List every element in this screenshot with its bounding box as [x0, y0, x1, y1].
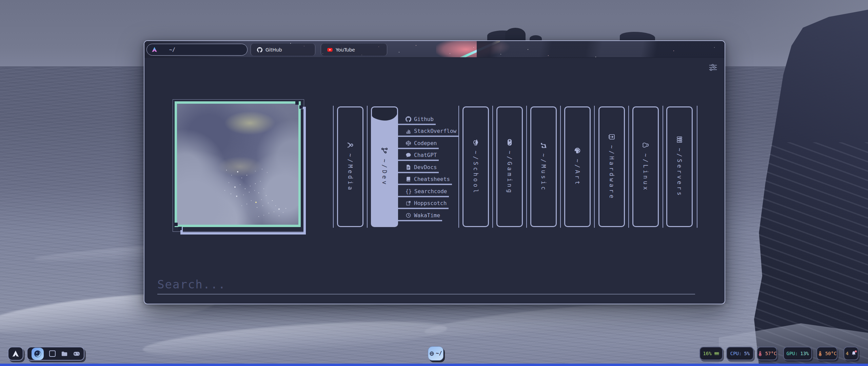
document-icon [406, 164, 411, 170]
tray-memory-widget[interactable]: 16% [699, 347, 723, 360]
gamepad-icon[interactable] [73, 350, 80, 357]
book-servers[interactable]: ~/Servers [666, 106, 693, 227]
shelf-divider [367, 106, 368, 228]
gpu-value: 13% [800, 351, 809, 356]
browser-window: ~/ GitHub YouTube [144, 40, 725, 304]
book-music[interactable]: ~/Music [530, 106, 557, 227]
cpu-label: CPU: [730, 351, 742, 356]
tray-gpu-widget[interactable]: GPU: 13% [783, 347, 812, 360]
album-art-stars [218, 161, 218, 162]
link-label: WakaTime [414, 212, 440, 219]
folder-icon[interactable] [61, 350, 68, 357]
bell-icon [851, 351, 856, 356]
book-label: ~/Music [540, 154, 547, 192]
shelf-divider [492, 106, 493, 228]
tab-github[interactable]: GitHub [251, 44, 315, 56]
book-school[interactable]: ~/School [462, 106, 489, 227]
window-icon[interactable] [49, 350, 56, 357]
arch-logo-icon [12, 350, 19, 358]
active-window-button[interactable]: ~/ [428, 346, 443, 361]
search-input[interactable] [157, 275, 695, 294]
tray-cpu-widget[interactable]: CPU: 5% [726, 347, 754, 360]
book-label: ~/School [472, 151, 479, 195]
launcher-button[interactable] [8, 347, 23, 361]
link-label: Codepen [414, 140, 437, 146]
music-note-icon [540, 142, 547, 149]
open-book-page-curl [372, 107, 397, 123]
address-value: ~/ [169, 47, 175, 53]
link-stackoverflow[interactable]: StackOverflow [398, 128, 458, 137]
tab-youtube[interactable]: YouTube [321, 44, 387, 56]
link-github[interactable]: Github [398, 116, 436, 125]
active-window-label: ~/ [436, 350, 442, 357]
tab-label: GitHub [265, 47, 282, 53]
resize-handle[interactable] [295, 101, 299, 105]
book-art[interactable]: ~/Art [564, 106, 591, 227]
tray-notifications-widget[interactable]: 4 [844, 347, 859, 360]
resize-handle[interactable] [299, 105, 303, 109]
clock-icon [406, 212, 411, 218]
ram-icon [714, 351, 719, 356]
shelf-divider [594, 106, 595, 228]
link-cheatsheets[interactable]: Cheatsheets [398, 176, 452, 185]
link-label: DevDocs [414, 164, 437, 170]
notification-dot [855, 350, 857, 352]
link-chatgpt[interactable]: ChatGPT [398, 152, 439, 161]
book-linux[interactable]: ~/Linux [632, 106, 659, 227]
desktop: ~/ GitHub YouTube [0, 0, 868, 366]
shelf-divider [628, 106, 629, 228]
album-art-image [177, 104, 298, 225]
address-bar[interactable]: ~/ [146, 44, 248, 56]
memory-value: 16% [703, 351, 711, 356]
firefox-button[interactable] [32, 348, 44, 360]
tray-gpu-temp-widget[interactable]: 50°C [816, 347, 837, 360]
book-media[interactable]: ~/Media [337, 106, 363, 227]
book-label: ~/Hardware [608, 145, 615, 200]
tray-cpu-temp-widget[interactable]: 57°C [757, 347, 777, 360]
chat-bubble-icon [406, 152, 411, 158]
gpu-temp-value: 50°C [825, 351, 837, 356]
git-branch-icon [381, 147, 388, 154]
link-label: Cheatsheets [414, 176, 450, 182]
link-devdocs[interactable]: DevDocs [398, 164, 439, 173]
palette-icon [574, 147, 581, 154]
resize-handle[interactable] [174, 223, 178, 226]
link-searchcode[interactable]: {} Searchcode [398, 188, 449, 197]
tab-label: YouTube [336, 47, 355, 53]
book-label: ~/Art [574, 159, 581, 186]
sliders-menu-icon[interactable] [709, 63, 717, 72]
album-art [175, 101, 301, 227]
resize-handle[interactable] [178, 227, 182, 230]
book-dev-open[interactable]: ~/Dev [371, 106, 398, 227]
braces-icon: {} [406, 188, 412, 195]
codepen-icon [406, 140, 411, 146]
gpu-label: GPU: [786, 351, 798, 356]
cpu-temp-value: 57°C [765, 351, 777, 356]
cpu-value: 5% [744, 351, 750, 356]
book-hardware[interactable]: ~/Hardware [598, 106, 625, 227]
taskbar-dock [27, 347, 84, 361]
shelf-divider [560, 106, 561, 228]
link-label: Searchcode [414, 188, 447, 195]
link-label: Hoppscotch [414, 200, 447, 206]
graduation-cap-icon [472, 139, 479, 146]
book-gaming[interactable]: ~/Gaming [496, 106, 523, 227]
firefox-icon [34, 350, 42, 358]
hoppscotch-icon [406, 200, 411, 206]
book-label: ~/Media [347, 154, 354, 192]
github-favicon [257, 47, 262, 53]
book-label: ~/Servers [676, 148, 683, 197]
shelf-divider [458, 106, 459, 228]
shelf-divider [663, 106, 663, 228]
link-wakatime[interactable]: WakaTime [398, 212, 442, 221]
tab-bar: ~/ GitHub YouTube [144, 41, 725, 58]
stackoverflow-icon [406, 128, 411, 134]
wallpaper-rock-island [505, 28, 526, 41]
thermometer-icon [757, 351, 763, 356]
link-codepen[interactable]: Codepen [398, 140, 439, 149]
book-icon [406, 176, 411, 182]
link-hoppscotch[interactable]: Hoppscotch [398, 200, 449, 209]
github-icon [406, 116, 411, 122]
link-label: Github [414, 116, 434, 122]
book-label: ~/Gaming [506, 151, 513, 195]
